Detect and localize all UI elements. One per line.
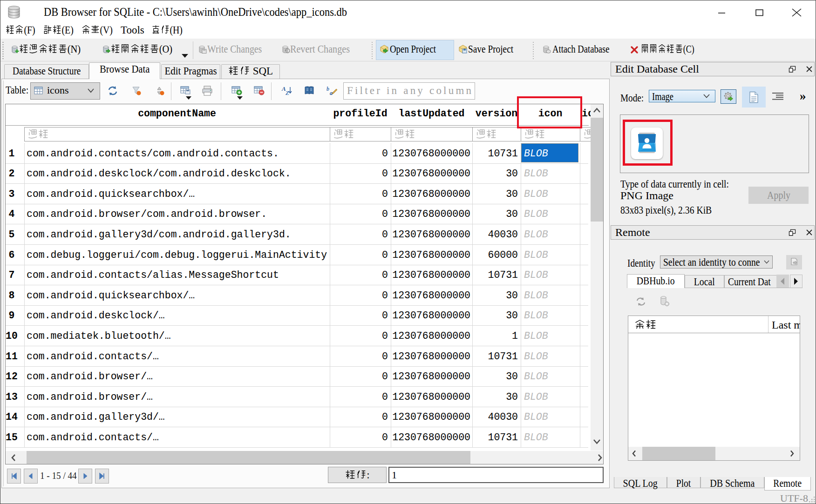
svg-text:b: b: [326, 86, 329, 92]
svg-text:a: a: [330, 90, 333, 96]
svg-text:Z: Z: [285, 89, 289, 96]
